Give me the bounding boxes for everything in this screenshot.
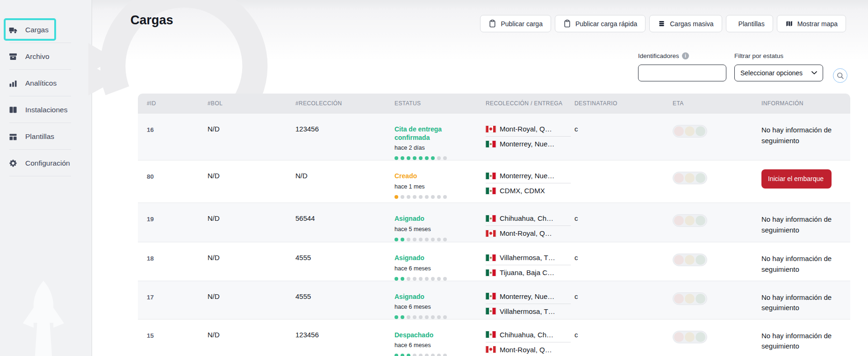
table-row[interactable]: 17N/D4555Asignadohace 6 mesesMonterrey, …: [138, 281, 850, 320]
table-row[interactable]: 16N/D123456Cita de entrega confirmadahac…: [138, 114, 850, 160]
cell-recoleccion: 123456: [295, 320, 395, 356]
eta-light: [674, 332, 684, 342]
loads-table: #ID#BOL#RECOLECCIÓNESTATUSRECOLECCIÓN / …: [138, 94, 850, 356]
column-header-recoleccion-entrega: RECOLECCIÓN / ENTREGA: [486, 100, 574, 107]
sidebar-item-analiticos[interactable]: Analíticos: [0, 70, 92, 96]
eta-indicator: [673, 125, 707, 138]
clipboard-icon: [563, 20, 571, 28]
cell-eta: [673, 242, 761, 280]
toolbar-button-label: Publicar carga: [501, 20, 543, 28]
progress-dot: [407, 277, 410, 281]
delivery-location: Tijuana, Baja C…: [486, 269, 571, 276]
cell-bol: N/D: [208, 203, 295, 242]
column-header-eta: ETA: [673, 100, 761, 107]
cell-eta: [673, 320, 761, 356]
page-title: Cargas: [130, 13, 173, 28]
status-relative-time: hace 5 meses: [395, 226, 480, 232]
cell-id: 15: [147, 320, 208, 356]
progress-dot: [425, 195, 429, 199]
column-header-id: #ID: [147, 100, 208, 107]
progress-dot: [401, 277, 404, 281]
table-row[interactable]: 80N/DN/DCreadohace 1 mesMonterrey, Nue…C…: [138, 160, 850, 203]
tracking-info-text: No hay información de seguimiento: [761, 125, 844, 146]
delivery-location: CDMX, CDMX: [486, 187, 571, 195]
status-filter-label: Filtrar por estatus: [734, 52, 783, 59]
column-header-destinatario: DESTINATARIO: [574, 100, 673, 107]
cell-info: No hay información de seguimiento: [761, 242, 850, 280]
cell-id: 19: [147, 203, 208, 242]
mexico-flag-icon: [486, 141, 496, 147]
identifiers-input[interactable]: [638, 65, 726, 81]
sidebar-item-label: Cargas: [25, 26, 49, 34]
progress-dot: [437, 315, 441, 319]
pickup-city: Villahermosa, T…: [500, 254, 555, 262]
mexico-flag-icon: [486, 188, 496, 194]
eta-light: [674, 255, 684, 265]
progress-dot: [431, 238, 435, 241]
sidebar-item-configuracion[interactable]: Configuración: [0, 150, 92, 176]
status-progress-dots: [395, 277, 480, 281]
truck-icon: [8, 25, 18, 35]
delivery-city: Mont-Royal, Q…: [500, 346, 552, 354]
cell-destinatario: c: [574, 114, 673, 160]
status-progress-dots: [395, 238, 480, 241]
eta-light: [696, 126, 705, 136]
info-icon[interactable]: i: [682, 52, 689, 59]
status-filter-select[interactable]: Seleccionar opciones: [734, 65, 823, 81]
eta-indicator: [673, 292, 707, 305]
sidebar: CargasArchivoAnalíticosInstalacionesPlan…: [0, 0, 92, 356]
progress-dot: [443, 315, 447, 319]
map-icon: [785, 20, 793, 27]
pickup-location: Monterrey, Nue…: [486, 292, 571, 304]
status-label: Asignado: [395, 254, 465, 262]
table-header: #ID#BOL#RECOLECCIÓNESTATUSRECOLECCIÓN / …: [138, 94, 850, 114]
toolbar-button-label: Cargas masiva: [670, 20, 713, 28]
delivery-city: Tijuana, Baja C…: [500, 269, 554, 276]
status-progress-dots: [395, 354, 480, 356]
progress-dot: [413, 195, 416, 199]
progress-dot: [431, 354, 435, 356]
sidebar-item-archivo[interactable]: Archivo: [0, 43, 92, 70]
toolbar-button-publicar-carga-rapida[interactable]: Publicar carga rápida: [555, 15, 646, 32]
cell-eta: [673, 160, 761, 203]
sidebar-item-instalaciones[interactable]: Instalaciones: [0, 96, 92, 123]
table-body: 16N/D123456Cita de entrega confirmadahac…: [138, 114, 850, 356]
toolbar-button-cargas-masiva[interactable]: Cargas masiva: [649, 15, 722, 32]
search-button[interactable]: [833, 68, 847, 83]
cell-destinatario: c: [574, 203, 673, 242]
table-row[interactable]: 18N/D4555Asignadohace 6 mesesVillahermos…: [138, 242, 850, 281]
eta-indicator: [673, 331, 707, 343]
status-filter-label-text: Filtrar por estatus: [734, 52, 783, 59]
mexico-flag-icon: [486, 269, 496, 276]
table-row[interactable]: 19N/D56544Asignadohace 5 mesesChihuahua,…: [138, 203, 850, 242]
table-row[interactable]: 15N/D123456Despachadohace 6 mesesChihuah…: [138, 320, 850, 356]
cell-route: Chihuahua, Ch…Mont-Royal, Q…: [486, 203, 574, 242]
sidebar-nav: CargasArchivoAnalíticosInstalacionesPlan…: [0, 16, 92, 176]
pickup-city: Chihuahua, Ch…: [500, 214, 553, 222]
delivery-location: Mont-Royal, Q…: [486, 346, 571, 354]
sidebar-item-cargas[interactable]: Cargas: [0, 16, 92, 43]
eta-indicator: [673, 214, 707, 227]
progress-dot: [437, 277, 441, 281]
column-header-estatus: ESTATUS: [395, 100, 486, 107]
cell-status: Creadohace 1 mes: [395, 160, 486, 203]
start-shipment-button[interactable]: Iniciar el embarque: [761, 169, 832, 188]
eta-light: [674, 126, 684, 136]
progress-dot: [407, 354, 410, 356]
toolbar: Publicar cargaPublicar carga rápidaCarga…: [480, 15, 846, 32]
eta-light: [674, 173, 684, 183]
sidebar-item-plantillas[interactable]: Plantillas: [0, 123, 92, 150]
cell-route: Monterrey, Nue…CDMX, CDMX: [486, 160, 574, 203]
toolbar-button-publicar-carga[interactable]: Publicar carga: [480, 15, 551, 32]
archive-icon: [8, 52, 18, 61]
sidebar-item-label: Analíticos: [25, 79, 57, 87]
toolbar-button-plantillas[interactable]: Plantillas: [726, 15, 773, 32]
progress-dot: [395, 195, 398, 199]
cell-status: Asignadohace 5 meses: [395, 203, 486, 242]
toolbar-button-mostrar-mapa[interactable]: Mostrar mapa: [777, 15, 846, 32]
progress-dot: [443, 195, 447, 199]
delivery-city: Villahermosa, T…: [500, 307, 555, 315]
progress-dot: [407, 156, 410, 160]
pickup-location: Monterrey, Nue…: [486, 172, 571, 183]
cell-bol: N/D: [208, 114, 295, 160]
